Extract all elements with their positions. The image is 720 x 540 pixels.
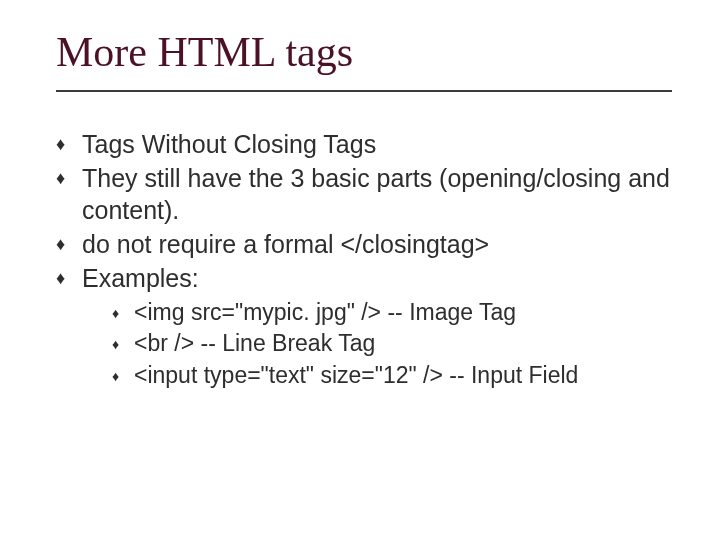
sub-bullet-text: <br /> -- Line Break Tag xyxy=(134,330,375,356)
bullet-item: Tags Without Closing Tags xyxy=(56,128,672,160)
sub-bullet-item: <input type="text" size="12" /> -- Input… xyxy=(112,361,672,390)
bullet-item: They still have the 3 basic parts (openi… xyxy=(56,162,672,226)
bullet-text: They still have the 3 basic parts (openi… xyxy=(82,164,670,224)
slide-title: More HTML tags xyxy=(56,28,672,76)
bullet-item: do not require a formal </closingtag> xyxy=(56,228,672,260)
title-block: More HTML tags xyxy=(56,28,672,92)
bullet-text: do not require a formal </closingtag> xyxy=(82,230,489,258)
bullet-item: Examples: <img src="mypic. jpg" /> -- Im… xyxy=(56,262,672,390)
sub-bullet-item: <img src="mypic. jpg" /> -- Image Tag xyxy=(112,298,672,327)
sub-bullet-list: <img src="mypic. jpg" /> -- Image Tag <b… xyxy=(82,298,672,390)
slide: More HTML tags Tags Without Closing Tags… xyxy=(0,0,720,540)
bullet-list: Tags Without Closing Tags They still hav… xyxy=(56,128,672,390)
bullet-text: Tags Without Closing Tags xyxy=(82,130,376,158)
sub-bullet-text: <input type="text" size="12" /> -- Input… xyxy=(134,362,578,388)
bullet-text: Examples: xyxy=(82,264,199,292)
sub-bullet-text: <img src="mypic. jpg" /> -- Image Tag xyxy=(134,299,516,325)
sub-bullet-item: <br /> -- Line Break Tag xyxy=(112,329,672,358)
